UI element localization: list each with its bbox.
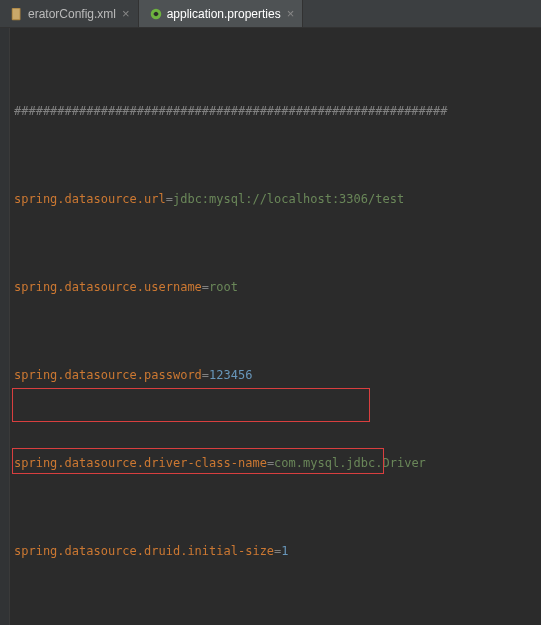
tab-erator-config[interactable]: eratorConfig.xml ×: [0, 0, 139, 27]
close-icon[interactable]: ×: [287, 7, 295, 20]
prop-val: 123456: [209, 368, 252, 382]
prop-key: spring.datasource.driver-class-name: [14, 456, 267, 470]
prop-val: jdbc:mysql://localhost:3306/test: [173, 192, 404, 206]
tab-label: eratorConfig.xml: [28, 7, 116, 21]
editor-area: ########################################…: [0, 28, 541, 625]
spring-file-icon: [149, 7, 163, 21]
code-editor[interactable]: ########################################…: [10, 28, 541, 625]
svg-rect-1: [13, 8, 20, 19]
prop-key: spring.datasource.password: [14, 368, 202, 382]
prop-key: spring.datasource.username: [14, 280, 202, 294]
prop-val: root: [209, 280, 238, 294]
tab-label: application.properties: [167, 7, 281, 21]
comment: ########################################…: [14, 104, 447, 118]
tab-bar: eratorConfig.xml × application.propertie…: [0, 0, 541, 28]
annotation-box: [12, 388, 370, 422]
gutter: [0, 28, 10, 625]
prop-key: spring.datasource.url: [14, 192, 166, 206]
tab-application-properties[interactable]: application.properties ×: [139, 0, 304, 27]
prop-val: com.mysql.jdbc.Driver: [274, 456, 426, 470]
prop-val: 1: [281, 544, 288, 558]
xml-file-icon: [10, 7, 24, 21]
close-icon[interactable]: ×: [122, 7, 130, 20]
prop-key: spring.datasource.druid.initial-size: [14, 544, 274, 558]
